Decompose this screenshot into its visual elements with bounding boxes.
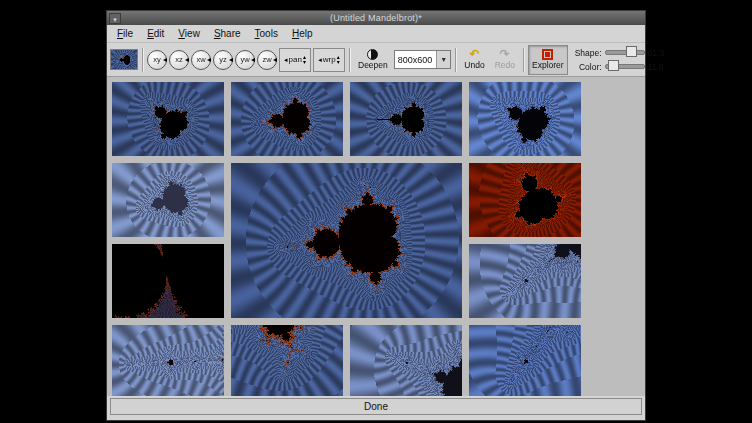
status-bar: Done: [110, 398, 642, 415]
menu-bar: File Edit View Share Tools Help: [107, 25, 645, 43]
menu-help[interactable]: Help: [285, 27, 320, 40]
gnofract-window: ▾ (Untitled Mandelbrot)* File Edit View …: [106, 10, 646, 421]
explorer-tile-r1c3[interactable]: [350, 82, 462, 156]
toolbar-separator: [455, 48, 456, 72]
angle-dial-xw[interactable]: xw: [191, 50, 211, 70]
explorer-toggle-button[interactable]: Explorer: [528, 45, 568, 75]
toolbar-separator: [349, 48, 350, 72]
explorer-grid: [112, 82, 645, 396]
menu-edit[interactable]: Edit: [140, 27, 171, 40]
redo-arrow-icon: ↷: [500, 49, 510, 60]
color-value: 11.8: [648, 62, 668, 72]
angle-dial-yw[interactable]: yw: [235, 50, 255, 70]
angle-dial-yz[interactable]: yz: [213, 50, 233, 70]
toolbar-separator: [142, 48, 143, 72]
window-title: (Untitled Mandelbrot)*: [107, 13, 645, 23]
explorer-tile-r3c4[interactable]: [469, 244, 581, 318]
color-label: Color:: [572, 62, 602, 72]
redo-button[interactable]: ↷ Redo: [491, 45, 519, 75]
explorer-tile-r4c2[interactable]: [231, 325, 343, 396]
status-text: Done: [364, 401, 388, 412]
explorer-tile-r3c1[interactable]: [112, 244, 224, 318]
angle-dial-xy[interactable]: xy: [147, 50, 167, 70]
title-bar[interactable]: ▾ (Untitled Mandelbrot)*: [107, 11, 645, 25]
explorer-tile-r4c1[interactable]: [112, 325, 224, 396]
dropdown-arrow-icon: ▼: [436, 51, 450, 68]
pan-left-arrow-icon: ◂: [284, 56, 288, 63]
menu-file[interactable]: File: [110, 27, 140, 40]
angle-dial-xz[interactable]: xz: [169, 50, 189, 70]
pan-control[interactable]: ◂ pan ▴▾: [279, 48, 311, 72]
explorer-area: [107, 77, 645, 396]
explorer-tile-r1c4[interactable]: [469, 82, 581, 156]
fractal-preview-thumbnail: [110, 49, 138, 70]
explorer-sliders: Shape: 61.3 Color: 11.8: [572, 48, 668, 72]
shape-value: 61.3: [648, 48, 668, 58]
toolbar-separator: [523, 48, 524, 72]
tool-bar: xy xz xw yz yw zw ◂ pan ▴▾ ◂ wrp ▴▾ Deep…: [107, 43, 645, 77]
undo-button[interactable]: ↶ Undo: [460, 45, 488, 75]
deepen-icon: [367, 49, 378, 60]
undo-arrow-icon: ↶: [469, 49, 479, 60]
shape-slider-thumb[interactable]: [626, 46, 637, 57]
warp-left-arrow-icon: ◂: [318, 56, 322, 63]
explorer-tile-r2c4[interactable]: [469, 163, 581, 237]
resolution-select[interactable]: 800x600 ▼: [394, 50, 452, 69]
color-slider-thumb[interactable]: [608, 60, 619, 71]
angle-dial-zw[interactable]: zw: [257, 50, 277, 70]
shape-label: Shape:: [572, 48, 602, 58]
explorer-tile-r2c1[interactable]: [112, 163, 224, 237]
warp-control[interactable]: ◂ wrp ▴▾: [313, 48, 345, 72]
explorer-tile-r1c2[interactable]: [231, 82, 343, 156]
status-row: Done: [107, 396, 645, 420]
pan-updown-arrows-icon: ▴▾: [303, 55, 306, 65]
menu-view[interactable]: View: [171, 27, 207, 40]
fractal-preview-canvas: [111, 50, 137, 69]
explorer-tile-r1c1[interactable]: [112, 82, 224, 156]
shape-slider[interactable]: [605, 50, 645, 55]
warp-updown-arrows-icon: ▴▾: [337, 55, 340, 65]
menu-tools[interactable]: Tools: [248, 27, 285, 40]
explorer-main-view[interactable]: [231, 163, 462, 318]
menu-share[interactable]: Share: [207, 27, 248, 40]
explorer-icon: [542, 49, 553, 60]
explorer-tile-r4c4[interactable]: [469, 325, 581, 396]
window-menu-button[interactable]: ▾: [109, 13, 121, 24]
color-slider[interactable]: [605, 64, 645, 69]
explorer-tile-r4c3[interactable]: [350, 325, 462, 396]
deepen-button[interactable]: Deepen: [354, 45, 392, 75]
